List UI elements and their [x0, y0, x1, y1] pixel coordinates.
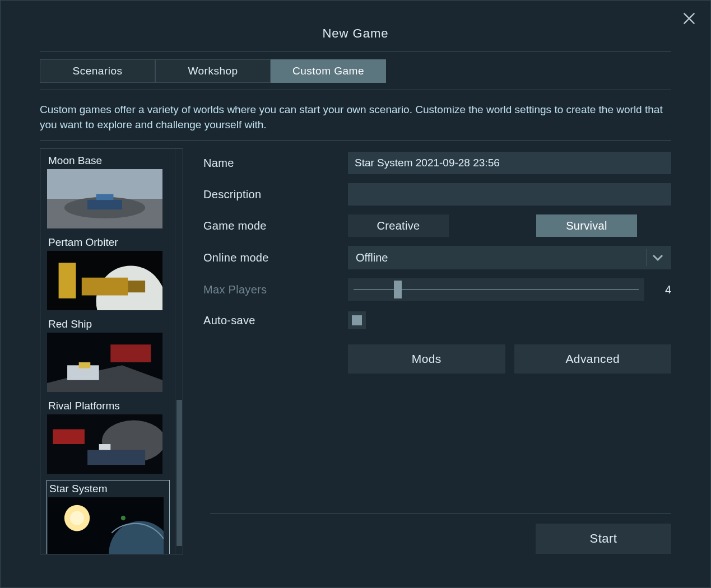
scenario-list[interactable]: Moon Base Pertam Orbiter	[40, 149, 175, 554]
row-online-mode: Online mode Offline	[203, 246, 671, 269]
scenario-thumb	[47, 169, 162, 228]
scenario-item-moon-base[interactable]: Moon Base	[47, 153, 169, 228]
close-icon	[681, 18, 697, 28]
slider-handle[interactable]	[394, 281, 402, 298]
online-mode-dropdown[interactable]: Offline	[348, 246, 671, 269]
svg-rect-18	[87, 450, 145, 465]
label-auto-save: Auto-save	[203, 314, 348, 327]
label-description: Description	[203, 188, 348, 201]
main-area: Moon Base Pertam Orbiter	[40, 148, 671, 554]
scenario-item-pertam-orbiter[interactable]: Pertam Orbiter	[47, 235, 169, 310]
chevron-down-icon	[647, 249, 668, 266]
scenario-thumb	[47, 251, 162, 310]
tab-scenarios[interactable]: Scenarios	[40, 59, 155, 83]
label-max-players: Max Players	[203, 283, 348, 296]
max-players-slider[interactable]	[348, 278, 644, 301]
scenario-label: Moon Base	[47, 153, 169, 169]
svg-rect-4	[96, 194, 114, 200]
svg-rect-3	[87, 200, 122, 209]
label-name: Name	[203, 157, 348, 170]
scrollbar-handle[interactable]	[176, 400, 182, 545]
svg-point-22	[70, 511, 84, 525]
row-max-players: Max Players 4	[203, 278, 671, 301]
game-mode-survival-button[interactable]: Survival	[536, 214, 637, 237]
label-game-mode: Game mode	[203, 220, 348, 232]
scenario-label: Rival Platforms	[47, 399, 169, 414]
divider	[40, 51, 671, 52]
tab-description: Custom games offer a variety of worlds w…	[40, 98, 671, 140]
scenario-item-star-system[interactable]: Star System	[47, 480, 169, 554]
extra-buttons-row: Mods Advanced	[348, 344, 671, 374]
dropdown-value: Offline	[356, 251, 388, 264]
row-name: Name	[203, 152, 671, 174]
name-input[interactable]	[348, 152, 671, 174]
start-button[interactable]: Start	[536, 524, 671, 554]
tab-workshop[interactable]: Workshop	[155, 59, 271, 83]
check-icon	[352, 315, 362, 325]
scenario-item-rival-platforms[interactable]: Rival Platforms	[47, 399, 169, 474]
row-game-mode: Game mode Creative Survival	[203, 214, 671, 237]
page-title: New Game	[40, 11, 671, 51]
close-button[interactable]	[681, 11, 697, 26]
scenario-thumb	[48, 497, 164, 554]
scenario-thumb	[47, 414, 162, 474]
divider	[40, 140, 671, 141]
label-online-mode: Online mode	[203, 251, 348, 264]
auto-save-checkbox[interactable]	[348, 311, 366, 329]
scenario-item-red-ship[interactable]: Red Ship	[47, 317, 169, 392]
tab-bar: Scenarios Workshop Custom Game	[40, 59, 671, 83]
svg-rect-14	[79, 362, 91, 368]
mods-button[interactable]: Mods	[348, 344, 505, 374]
row-auto-save: Auto-save	[203, 310, 671, 331]
game-mode-creative-button[interactable]: Creative	[348, 214, 449, 237]
tab-custom-game[interactable]: Custom Game	[271, 59, 386, 83]
row-description: Description	[203, 183, 671, 206]
scenario-label: Star System	[48, 482, 168, 497]
new-game-window: New Game Scenarios Workshop Custom Game …	[0, 0, 711, 588]
advanced-button[interactable]: Advanced	[514, 344, 672, 374]
divider	[40, 90, 671, 90]
svg-rect-9	[128, 281, 145, 292]
settings-form: Name Description Game mode Creative Surv…	[203, 148, 671, 554]
svg-rect-7	[59, 263, 76, 298]
scenario-label: Red Ship	[47, 317, 169, 333]
svg-rect-19	[99, 444, 111, 450]
svg-rect-17	[53, 430, 85, 445]
svg-rect-12	[110, 344, 151, 362]
svg-point-24	[121, 516, 126, 520]
scenario-thumb	[47, 333, 162, 392]
scrollbar[interactable]	[175, 149, 183, 554]
divider	[210, 513, 671, 514]
svg-rect-8	[82, 278, 128, 296]
scenario-list-panel: Moon Base Pertam Orbiter	[40, 148, 183, 554]
scenario-label: Pertam Orbiter	[47, 235, 169, 251]
max-players-value: 4	[654, 283, 671, 296]
description-input[interactable]	[348, 183, 671, 206]
footer: Start	[210, 513, 671, 554]
